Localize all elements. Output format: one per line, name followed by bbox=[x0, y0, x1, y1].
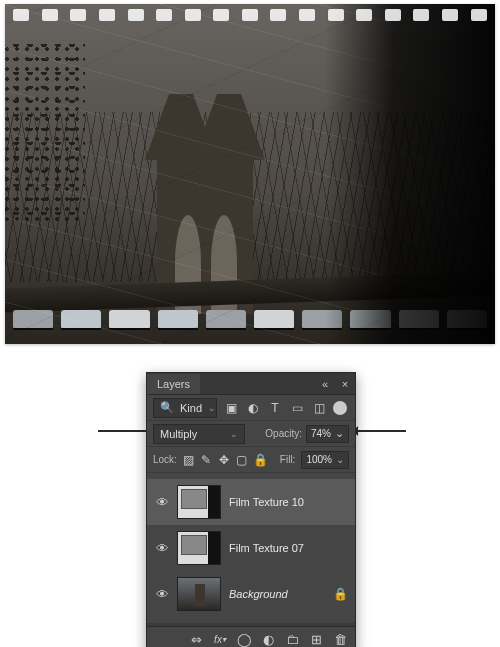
shape-icon[interactable]: ▭ bbox=[289, 400, 305, 416]
panel-footer: ⇔ fx▾ ◯ ◐ 🗀 ⊞ 🗑 bbox=[147, 626, 355, 647]
visibility-toggle[interactable]: 👁 bbox=[155, 495, 169, 510]
image-icon[interactable]: ▣ bbox=[223, 400, 239, 416]
layer-thumbnail[interactable] bbox=[177, 485, 221, 519]
tab-layers[interactable]: Layers bbox=[147, 374, 200, 394]
blend-opacity-row: Multiply ⌄ Opacity: 74% ⌄ bbox=[147, 421, 355, 447]
filter-kind-label: Kind bbox=[180, 402, 202, 414]
chevron-down-icon: ⌄ bbox=[230, 429, 238, 439]
chevron-down-icon: ⌄ bbox=[335, 427, 344, 440]
layer-row[interactable]: 👁 Film Texture 10 bbox=[147, 479, 355, 525]
chevron-down-icon: ⌄ bbox=[208, 403, 216, 413]
layer-row[interactable]: 👁 Film Texture 07 bbox=[147, 525, 355, 571]
dot-icon[interactable] bbox=[333, 401, 347, 415]
lock-fill-row: Lock: ▨ ✎ ✥ ▢ 🔒 Fill: 100% ⌄ bbox=[147, 447, 355, 473]
trash-icon[interactable]: 🗑 bbox=[329, 629, 351, 648]
lock-artboard-icon[interactable]: ▢ bbox=[235, 453, 246, 467]
document-preview bbox=[5, 4, 495, 344]
lock-label: Lock: bbox=[153, 454, 177, 465]
close-icon[interactable]: × bbox=[335, 378, 355, 390]
layer-name[interactable]: Film Texture 10 bbox=[229, 496, 347, 508]
fill-label: Fill: bbox=[280, 454, 296, 465]
opacity-label: Opacity: bbox=[265, 428, 302, 439]
layer-filter-row: 🔍Kind ⌄ ▣ ◐ T ▭ ◫ bbox=[147, 395, 355, 421]
mask-icon[interactable]: ◯ bbox=[233, 629, 255, 648]
layer-list: 👁 Film Texture 10 👁 Film Texture 07 👁 Ba… bbox=[147, 473, 355, 623]
annotation-arrow-right bbox=[350, 430, 406, 432]
collapse-icon[interactable]: « bbox=[315, 378, 335, 390]
lock-move-icon[interactable]: ✥ bbox=[218, 453, 229, 467]
lock-icon: 🔒 bbox=[333, 587, 347, 601]
fill-value: 100% bbox=[306, 454, 332, 465]
layer-thumbnail[interactable] bbox=[177, 531, 221, 565]
layer-name[interactable]: Film Texture 07 bbox=[229, 542, 347, 554]
lock-transparency-icon[interactable]: ▨ bbox=[183, 453, 194, 467]
layer-name[interactable]: Background bbox=[229, 588, 325, 600]
fill-input[interactable]: 100% ⌄ bbox=[301, 451, 349, 469]
lock-all-icon[interactable]: 🔒 bbox=[253, 453, 268, 467]
visibility-toggle[interactable]: 👁 bbox=[155, 541, 169, 556]
opacity-value: 74% bbox=[311, 428, 331, 439]
smartobj-icon[interactable]: ◫ bbox=[311, 400, 327, 416]
adjustment-layer-icon[interactable]: ◐ bbox=[257, 629, 279, 648]
layers-panel: Layers « × 🔍Kind ⌄ ▣ ◐ T ▭ ◫ Multiply ⌄ bbox=[146, 372, 356, 647]
lock-brush-icon[interactable]: ✎ bbox=[200, 453, 211, 467]
fx-icon[interactable]: fx▾ bbox=[209, 629, 231, 648]
visibility-toggle[interactable]: 👁 bbox=[155, 587, 169, 602]
blend-mode-select[interactable]: Multiply ⌄ bbox=[153, 424, 245, 444]
link-icon[interactable]: ⇔ bbox=[185, 629, 207, 648]
panel-tabbar: Layers « × bbox=[147, 373, 355, 395]
layer-row[interactable]: 👁 Background 🔒 bbox=[147, 571, 355, 617]
type-icon[interactable]: T bbox=[267, 400, 283, 416]
chevron-down-icon: ⌄ bbox=[336, 454, 344, 465]
new-layer-icon[interactable]: ⊞ bbox=[305, 629, 327, 648]
adjustment-icon[interactable]: ◐ bbox=[245, 400, 261, 416]
blend-mode-value: Multiply bbox=[160, 428, 197, 440]
group-icon[interactable]: 🗀 bbox=[281, 629, 303, 648]
filter-kind-select[interactable]: 🔍Kind ⌄ bbox=[153, 398, 217, 418]
opacity-input[interactable]: 74% ⌄ bbox=[306, 425, 349, 443]
layer-thumbnail[interactable] bbox=[177, 577, 221, 611]
